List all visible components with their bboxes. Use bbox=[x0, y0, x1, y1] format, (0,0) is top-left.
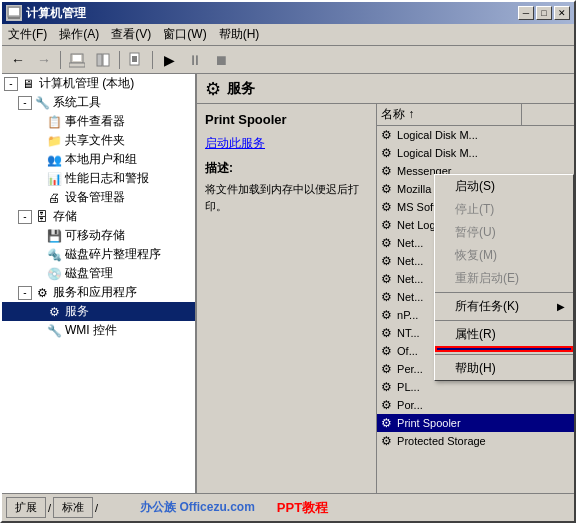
svg-rect-6 bbox=[97, 54, 102, 66]
row-icon: ⚙ bbox=[381, 380, 392, 394]
table-row-selected[interactable]: ⚙ Print Spooler bbox=[377, 414, 574, 432]
app-icon bbox=[6, 5, 22, 21]
tree-label-wmi: WMI 控件 bbox=[65, 322, 117, 339]
window-title: 计算机管理 bbox=[26, 5, 86, 22]
svg-rect-7 bbox=[103, 54, 109, 66]
context-menu-item-properties[interactable] bbox=[435, 346, 573, 352]
back-button[interactable]: ← bbox=[6, 49, 30, 71]
row-icon: ⚙ bbox=[381, 362, 392, 376]
expand-svcapp[interactable]: - bbox=[18, 286, 32, 300]
shared-icon: 📁 bbox=[46, 133, 62, 149]
tree-item-defrag[interactable]: 🔩 磁盘碎片整理程序 bbox=[2, 245, 195, 264]
tree-label-perf: 性能日志和警报 bbox=[65, 170, 149, 187]
context-menu-item-stop: 停止(T) bbox=[435, 198, 573, 221]
service-row-name: ⚙ Logical Disk M... bbox=[377, 127, 522, 143]
main-area: - 🖥 计算机管理 (本地) - 🔧 系统工具 📋 事件查看器 📁 共享文件夹 bbox=[2, 74, 574, 493]
tree-item-localusers[interactable]: 👥 本地用户和组 bbox=[2, 150, 195, 169]
tree-item-svcapp[interactable]: - ⚙ 服务和应用程序 bbox=[2, 283, 195, 302]
service-row-name: ⚙ Por... bbox=[377, 397, 522, 413]
row-icon: ⚙ bbox=[381, 200, 392, 214]
table-row[interactable]: ⚙ Por... bbox=[377, 396, 574, 414]
event-icon: 📋 bbox=[46, 114, 62, 130]
tree-root[interactable]: - 🖥 计算机管理 (本地) bbox=[2, 74, 195, 93]
row-icon: ⚙ bbox=[381, 290, 392, 304]
expand-root[interactable]: - bbox=[4, 77, 18, 91]
watermark-ppt: PPT教程 bbox=[277, 499, 328, 517]
table-row[interactable]: ⚙ Logical Disk M... bbox=[377, 126, 574, 144]
row-icon: ⚙ bbox=[381, 236, 392, 250]
tree-label-defrag: 磁盘碎片整理程序 bbox=[65, 246, 161, 263]
svg-rect-5 bbox=[69, 63, 85, 67]
arrow-icon: ▶ bbox=[557, 301, 565, 312]
status-tab-standard[interactable]: 标准 bbox=[53, 497, 93, 518]
tree-item-perf[interactable]: 📊 性能日志和警报 bbox=[2, 169, 195, 188]
tree-item-removable[interactable]: 💾 可移动存储 bbox=[2, 226, 195, 245]
toolbar-sep-3 bbox=[152, 51, 153, 69]
row-icon: ⚙ bbox=[381, 434, 392, 448]
context-menu-item-refresh[interactable]: 属性(R) bbox=[435, 323, 573, 346]
maximize-button[interactable]: □ bbox=[536, 6, 552, 20]
wmi-icon: 🔧 bbox=[46, 323, 62, 339]
menu-view[interactable]: 查看(V) bbox=[105, 24, 157, 45]
show-hide-button[interactable] bbox=[91, 49, 115, 71]
tree-item-system-tools[interactable]: - 🔧 系统工具 bbox=[2, 93, 195, 112]
expand-storage[interactable]: - bbox=[18, 210, 32, 224]
service-row-name: ⚙ Print Spooler bbox=[377, 415, 522, 431]
tree-item-wmi[interactable]: 🔧 WMI 控件 bbox=[2, 321, 195, 340]
tree-label-system: 系统工具 bbox=[53, 94, 101, 111]
service-row-name: ⚙ PL... bbox=[377, 379, 522, 395]
menu-action[interactable]: 操作(A) bbox=[53, 24, 105, 45]
row-icon: ⚙ bbox=[381, 182, 392, 196]
title-bar-left: 计算机管理 bbox=[6, 5, 86, 22]
menu-window[interactable]: 窗口(W) bbox=[157, 24, 212, 45]
context-menu-item-alltasks[interactable]: 所有任务(K) ▶ bbox=[435, 295, 573, 318]
tree-label-shared: 共享文件夹 bbox=[65, 132, 125, 149]
row-icon: ⚙ bbox=[381, 344, 392, 358]
status-separator: / bbox=[48, 502, 51, 514]
context-menu-item-resume: 恢复(M) bbox=[435, 244, 573, 267]
row-icon: ⚙ bbox=[381, 164, 392, 178]
tree-item-diskmgmt[interactable]: 💿 磁盘管理 bbox=[2, 264, 195, 283]
menu-help[interactable]: 帮助(H) bbox=[213, 24, 266, 45]
tree-item-devmgr[interactable]: 🖨 设备管理器 bbox=[2, 188, 195, 207]
toolbar: ← → ▶ ⏸ ⏹ bbox=[2, 46, 574, 74]
properties-button[interactable] bbox=[124, 49, 148, 71]
title-bar: 计算机管理 ─ □ ✕ bbox=[2, 2, 574, 24]
storage-icon: 🗄 bbox=[34, 209, 50, 225]
tree-label-event: 事件查看器 bbox=[65, 113, 125, 130]
service-name: Print Spooler bbox=[205, 112, 368, 127]
tree-item-storage[interactable]: - 🗄 存储 bbox=[2, 207, 195, 226]
tree-item-shared[interactable]: 📁 共享文件夹 bbox=[2, 131, 195, 150]
perf-icon: 📊 bbox=[46, 171, 62, 187]
pause-button[interactable]: ⏸ bbox=[183, 49, 207, 71]
up-button[interactable] bbox=[65, 49, 89, 71]
status-tab-expand[interactable]: 扩展 bbox=[6, 497, 46, 518]
context-menu-item-help[interactable]: 帮助(H) bbox=[435, 357, 573, 380]
tree-item-event[interactable]: 📋 事件查看器 bbox=[2, 112, 195, 131]
stop-button[interactable]: ⏹ bbox=[209, 49, 233, 71]
context-menu-sep-1 bbox=[435, 292, 573, 293]
tree-label-storage: 存储 bbox=[53, 208, 77, 225]
expand-system[interactable]: - bbox=[18, 96, 32, 110]
minimize-button[interactable]: ─ bbox=[518, 6, 534, 20]
menu-file[interactable]: 文件(F) bbox=[2, 24, 53, 45]
close-button[interactable]: ✕ bbox=[554, 6, 570, 20]
table-row[interactable]: ⚙ Logical Disk M... bbox=[377, 144, 574, 162]
play-button[interactable]: ▶ bbox=[157, 49, 181, 71]
services-header-icon: ⚙ bbox=[205, 78, 221, 100]
service-row-name: ⚙ Logical Disk M... bbox=[377, 145, 522, 161]
users-icon: 👥 bbox=[46, 152, 62, 168]
services-title: 服务 bbox=[227, 80, 255, 98]
service-action-link[interactable]: 启动此服务 bbox=[205, 135, 368, 152]
service-desc-text: 将文件加载到内存中以便迟后打印。 bbox=[205, 181, 368, 214]
context-menu-item-start[interactable]: 启动(S) bbox=[435, 175, 573, 198]
col-header-name[interactable]: 名称 ↑ bbox=[377, 104, 522, 125]
services-header: ⚙ 服务 bbox=[197, 74, 574, 104]
table-row[interactable]: ⚙ Protected Storage bbox=[377, 432, 574, 450]
tree-label-svcapp: 服务和应用程序 bbox=[53, 284, 137, 301]
forward-button[interactable]: → bbox=[32, 49, 56, 71]
tree-item-services[interactable]: ⚙ 服务 bbox=[2, 302, 195, 321]
tree-label-removable: 可移动存储 bbox=[65, 227, 125, 244]
watermark-text: 办公族 Officezu.com bbox=[140, 499, 255, 516]
service-detail: Print Spooler 启动此服务 描述: 将文件加载到内存中以便迟后打印。 bbox=[197, 104, 377, 493]
